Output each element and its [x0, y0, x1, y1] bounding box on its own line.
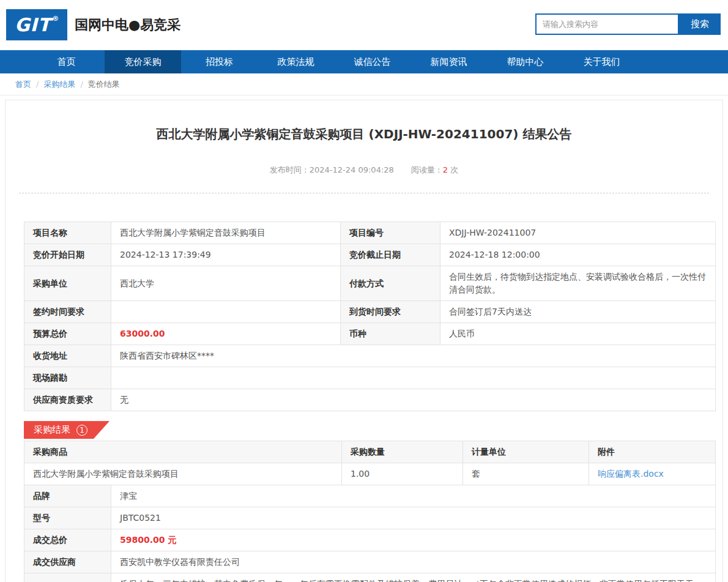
views-label: 阅读量：	[411, 165, 443, 174]
announcement-panel: 西北大学附属小学紫铜定音鼓采购项目 (XDJJ-HW-202411007) 结果…	[5, 100, 723, 582]
info-value-delivery-time: 合同签订后7天内送达	[440, 301, 716, 323]
detail-label-winning-supplier: 成交供应商	[24, 551, 111, 573]
search-bar: 搜索	[535, 13, 721, 35]
table-row: 成交供应商 西安凯中教学仪器有限责任公司	[24, 551, 716, 573]
breadcrumb-separator: /	[36, 80, 39, 89]
breadcrumb-home[interactable]: 首页	[15, 79, 31, 90]
info-label-delivery-time: 到货时间要求	[341, 301, 440, 323]
publish-time-label: 发布时间：	[270, 165, 310, 174]
detail-value-brand: 津宝	[111, 485, 716, 507]
search-button[interactable]: 搜索	[679, 13, 721, 35]
table-row: 质保及售后服务 质保十年，三年内维护，其中免费质保一年，一年后有需更换零配件及维…	[24, 573, 716, 582]
info-value-bid-start: 2024-12-13 17:39:49	[111, 244, 341, 266]
nav-item-tender[interactable]: 招投标	[181, 50, 258, 73]
info-label-payment: 付款方式	[341, 266, 440, 301]
info-label-project-no: 项目编号	[341, 222, 440, 244]
result-tag: 采购结果 1	[24, 421, 110, 439]
col-header-unit: 计量单位	[463, 441, 589, 463]
nav-item-bidding-purchase[interactable]: 竞价采购	[105, 50, 181, 73]
col-header-quantity: 采购数量	[342, 441, 463, 463]
search-input[interactable]	[535, 13, 679, 35]
item-unit: 套	[463, 463, 589, 485]
info-value-site-survey	[111, 367, 716, 389]
item-quantity: 1.00	[342, 463, 463, 485]
detail-label-final-price: 成交总价	[24, 529, 111, 551]
detail-label-model: 型号	[24, 507, 111, 529]
table-row: 签约时间要求 到货时间要求 合同签订后7天内送达	[24, 301, 716, 323]
detail-value-winning-supplier: 西安凯中教学仪器有限责任公司	[111, 551, 716, 573]
info-value-delivery-address: 陕西省西安市碑林区****	[111, 345, 716, 367]
publish-time-value: 2024-12-24 09:04:28	[310, 165, 394, 174]
detail-value-warranty-service: 质保十年，三年内维护，其中免费质保一年，一年后有需更换零配件及维护保养，费用另计…	[111, 573, 716, 582]
info-label-supplier-qualification: 供应商资质要求	[24, 389, 111, 411]
nav-item-help-center[interactable]: 帮助中心	[487, 50, 563, 73]
page-title: 西北大学附属小学紫铜定音鼓采购项目 (XDJJ-HW-202411007) 结果…	[30, 126, 698, 143]
logo-text: GIT	[15, 14, 51, 35]
table-row: 供应商资质要求 无	[24, 389, 716, 411]
views-unit: 次	[450, 165, 458, 174]
info-label-project-name: 项目名称	[24, 222, 111, 244]
breadcrumb-current: 竞价结果	[88, 79, 120, 90]
detail-label-warranty-service: 质保及售后服务	[24, 573, 111, 582]
nav-item-home[interactable]: 首页	[28, 50, 105, 73]
info-value-sign-time	[111, 301, 341, 323]
info-value-supplier-qualification: 无	[111, 389, 716, 411]
info-label-bid-start: 竞价开始日期	[24, 244, 111, 266]
detail-value-model: JBTC0521	[111, 507, 716, 529]
detail-value-final-price: 59800.00 元	[111, 529, 716, 551]
col-header-attachment: 附件	[589, 441, 716, 463]
info-value-payment: 合同生效后，待货物到达指定地点、安装调试验收合格后，一次性付清合同货款。	[440, 266, 716, 301]
nav-item-about-us[interactable]: 关于我们	[563, 50, 640, 73]
publish-meta: 发布时间：2024-12-24 09:04:28阅读量：2 次	[6, 165, 722, 176]
main-nav: 首页 竞价采购 招投标 政策法规 诚信公告 新闻资讯 帮助中心 关于我们	[0, 50, 728, 73]
result-items-table: 采购商品 采购数量 计量单位 附件 西北大学附属小学紫铜定音鼓采购项目 1.00…	[24, 441, 716, 485]
info-label-site-survey: 现场踏勘	[24, 367, 111, 389]
info-label-purchaser: 采购单位	[24, 266, 111, 301]
info-label-delivery-address: 收货地址	[24, 345, 111, 367]
info-label-currency: 币种	[341, 323, 440, 345]
detail-label-brand: 品牌	[24, 485, 111, 507]
info-value-purchaser: 西北大学	[111, 266, 341, 301]
breadcrumb-separator: /	[80, 80, 83, 89]
item-goods-name: 西北大学附属小学紫铜定音鼓采购项目	[24, 463, 342, 485]
result-section-header: 采购结果 1	[24, 421, 704, 439]
result-details-table: 品牌 津宝 型号 JBTC0521 成交总价 59800.00 元 成交供应商 …	[24, 485, 716, 582]
nav-item-integrity-notice[interactable]: 诚信公告	[334, 50, 410, 73]
table-row: 成交总价 59800.00 元	[24, 529, 716, 551]
table-row: 西北大学附属小学紫铜定音鼓采购项目 1.00 套 响应偏离表.docx	[24, 463, 716, 485]
attachment-link[interactable]: 响应偏离表.docx	[598, 469, 664, 479]
nav-item-news[interactable]: 新闻资讯	[410, 50, 487, 73]
circled-number-icon: 1	[76, 425, 87, 436]
info-value-project-name: 西北大学附属小学紫铜定音鼓采购项目	[111, 222, 341, 244]
col-header-goods: 采购商品	[24, 441, 342, 463]
table-row: 预算总价 63000.00 币种 人民币	[24, 323, 716, 345]
table-row: 收货地址 陕西省西安市碑林区****	[24, 345, 716, 367]
views-count: 2	[443, 165, 448, 174]
info-label-bid-end: 竞价截止日期	[341, 244, 440, 266]
table-row: 竞价开始日期 2024-12-13 17:39:49 竞价截止日期 2024-1…	[24, 244, 716, 266]
breadcrumb: 首页 / 采购结果 / 竞价结果	[0, 73, 728, 95]
site-logo[interactable]: GIT®	[6, 9, 67, 40]
nav-item-policy[interactable]: 政策法规	[258, 50, 334, 73]
info-label-budget: 预算总价	[24, 323, 111, 345]
result-tag-label: 采购结果	[34, 424, 70, 436]
project-info-table: 项目名称 西北大学附属小学紫铜定音鼓采购项目 项目编号 XDJJ-HW-2024…	[24, 222, 716, 411]
table-row: 品牌 津宝	[24, 485, 716, 507]
table-row: 采购单位 西北大学 付款方式 合同生效后，待货物到达指定地点、安装调试验收合格后…	[24, 266, 716, 301]
dashed-divider	[19, 193, 709, 193]
registered-mark-icon: ®	[52, 15, 59, 23]
site-header: GIT® 国网中电●易竞采 搜索	[0, 0, 728, 50]
table-row: 现场踏勘	[24, 367, 716, 389]
table-row: 项目名称 西北大学附属小学紫铜定音鼓采购项目 项目编号 XDJJ-HW-2024…	[24, 222, 716, 244]
info-value-budget: 63000.00	[111, 323, 341, 345]
brand-title: 国网中电●易竞采	[75, 0, 180, 50]
table-header-row: 采购商品 采购数量 计量单位 附件	[24, 441, 716, 463]
breadcrumb-purchase-results[interactable]: 采购结果	[43, 79, 75, 90]
info-value-project-no: XDJJ-HW-202411007	[440, 222, 716, 244]
info-value-bid-end: 2024-12-18 12:00:00	[440, 244, 716, 266]
table-row: 型号 JBTC0521	[24, 507, 716, 529]
info-label-sign-time: 签约时间要求	[24, 301, 111, 323]
info-value-currency: 人民币	[440, 323, 716, 345]
